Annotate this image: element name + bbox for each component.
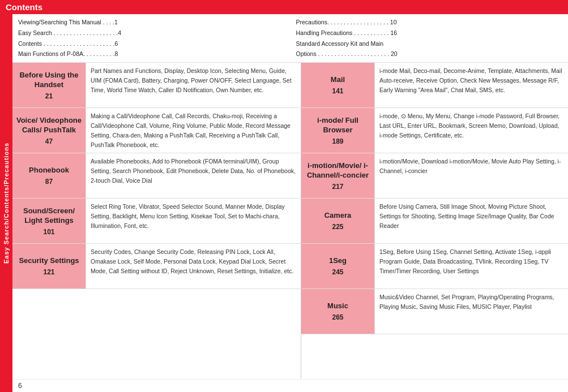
section-title-music: Music 265 [301,289,375,334]
section-title-text-imotion: i-motion/Movie/ i-Channel/i-concier [305,161,371,180]
section-title-text-1seg: 1Seg [329,256,347,266]
section-row-security: Security Settings 121 Security Codes, Ch… [12,244,301,289]
section-desc-music: Music&Video Channel, Set Program, Playin… [375,289,568,334]
link-text-2-right: Handling Precautions . . . . . . . . . .… [296,28,398,38]
section-desc-phonebook: Available Phonebooks, Add to Phonebook (… [86,153,301,198]
section-row-imode: i-mode/ Full Browser 189 i-mode, ⊙ Menu,… [301,108,568,153]
link-row-2-right: Handling Precautions . . . . . . . . . .… [296,28,563,38]
section-row-camera: Camera 225 Before Using Camera, Still Im… [301,199,568,244]
section-title-text-music: Music [327,301,348,311]
link-row-1-right: Precautions. . . . . . . . . . . . . . .… [296,18,563,27]
section-row-voice: Voice/ Videophone Calls/ PushTalk 47 Mak… [12,108,301,153]
link-row-4: Main Functions of P-08A. . . . . . . . .… [18,49,285,59]
footer: 6 [12,379,568,392]
link-row-2: Easy Search . . . . . . . . . . . . . . … [18,28,285,38]
right-column: Mail 141 i-mode Mail, Deco-mail, Decome-… [301,63,568,379]
main-content: Easy Search/Contents/Precautions Viewing… [0,14,568,392]
link-row-4-right: Options . . . . . . . . . . . . . . . . … [296,49,563,59]
header-bar: Contents [0,0,568,14]
section-title-security: Security Settings 121 [12,244,86,288]
link-text-1-right: Precautions. . . . . . . . . . . . . . .… [296,18,397,27]
section-row-imotion: i-motion/Movie/ i-Channel/i-concier 217 … [301,153,568,199]
section-row-sound: Sound/Screen/ Light Settings 101 Select … [12,199,301,244]
section-page-mail: 141 [332,87,343,95]
section-title-mail: Mail 141 [301,63,375,107]
section-title-text-mail: Mail [331,75,345,85]
section-page-sound: 101 [43,228,54,236]
link-text-2-left: Easy Search . . . . . . . . . . . . . . … [18,28,121,38]
section-desc-sound: Select Ring Tone, Vibrator, Speed Select… [86,199,301,243]
link-row-3-right: Standard Accessory Kit and Main [296,39,563,49]
section-desc-imode: i-mode, ⊙ Menu, My Menu, Change i-mode P… [375,108,568,153]
section-desc-voice: Making a Call/Videophone Call, Call Reco… [86,108,301,153]
section-title-text-camera: Camera [324,211,352,221]
section-title-text-imode: i-mode/ Full Browser [305,116,371,135]
link-text-3-right: Standard Accessory Kit and Main [296,39,384,49]
section-page-security: 121 [43,268,54,276]
section-title-text-voice: Voice/ Videophone Calls/ PushTalk [16,116,82,135]
section-row-music: Music 265 Music&Video Channel, Set Progr… [301,289,568,334]
section-page-camera: 225 [332,223,343,231]
content-area: Viewing/Searching This Manual . . . .1 P… [12,14,568,392]
section-row-phonebook: Phonebook 87 Available Phonebooks, Add t… [12,153,301,199]
section-title-text-before-using: Before Using the Handset [16,71,82,90]
section-page-imotion: 217 [332,183,343,191]
section-title-voice: Voice/ Videophone Calls/ PushTalk 47 [12,108,86,153]
section-row-before-using: Before Using the Handset 21 Part Names a… [12,63,301,108]
page-title: Contents [6,2,42,12]
section-title-camera: Camera 225 [301,199,375,243]
section-desc-1seg: 1Seg, Before Using 1Seg, Channel Setting… [375,244,568,288]
section-page-music: 265 [332,313,343,321]
section-page-voice: 47 [45,137,53,145]
link-text-4-left: Main Functions of P-08A. . . . . . . . .… [18,49,118,59]
section-title-1seg: 1Seg 245 [301,244,375,288]
section-desc-before-using: Part Names and Functions, Display, Deskt… [86,63,301,107]
section-page-phonebook: 87 [45,178,53,186]
link-row-3: Contents . . . . . . . . . . . . . . . .… [18,39,285,49]
section-row-1seg: 1Seg 245 1Seg, Before Using 1Seg, Channe… [301,244,568,289]
link-text-4-right: Options . . . . . . . . . . . . . . . . … [296,49,398,59]
left-column: Before Using the Handset 21 Part Names a… [12,63,301,379]
top-links: Viewing/Searching This Manual . . . .1 P… [12,14,568,63]
link-row-1: Viewing/Searching This Manual . . . .1 [18,18,285,27]
section-desc-imotion: i-motion/Movie, Download i-motion/Movie,… [375,153,568,198]
link-text-1-left: Viewing/Searching This Manual . . . .1 [18,18,118,27]
section-title-imotion: i-motion/Movie/ i-Channel/i-concier 217 [301,153,375,198]
columns-wrapper: Before Using the Handset 21 Part Names a… [12,63,568,379]
page-number: 6 [18,382,22,390]
section-title-phonebook: Phonebook 87 [12,153,86,198]
section-desc-mail: i-mode Mail, Deco-mail, Decome-Anime, Te… [375,63,568,107]
link-text-3-left: Contents . . . . . . . . . . . . . . . .… [18,39,118,49]
section-title-text-sound: Sound/Screen/ Light Settings [16,206,82,226]
section-title-sound: Sound/Screen/ Light Settings 101 [12,199,86,243]
section-title-before-using: Before Using the Handset 21 [12,63,86,107]
section-title-imode: i-mode/ Full Browser 189 [301,108,375,153]
section-page-imode: 189 [332,137,343,145]
section-page-1seg: 245 [332,268,343,276]
section-title-text-phonebook: Phonebook [29,166,69,175]
section-row-mail: Mail 141 i-mode Mail, Deco-mail, Decome-… [301,63,568,108]
sidebar-label: Easy Search/Contents/Precautions [0,14,12,392]
section-desc-security: Security Codes, Change Security Code, Re… [86,244,301,288]
page-container: Contents Easy Search/Contents/Precaution… [0,0,568,392]
section-page-before-using: 21 [45,92,53,100]
section-title-text-security: Security Settings [19,256,79,266]
section-desc-camera: Before Using Camera, Still Image Shoot, … [375,199,568,243]
